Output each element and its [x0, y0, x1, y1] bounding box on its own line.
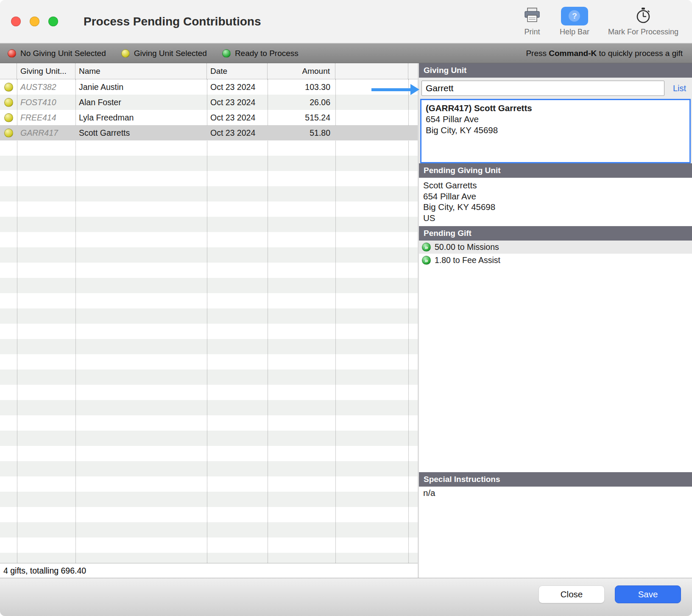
- giving-unit-search-result[interactable]: (GARR417) Scott Garretts 654 Pillar Ave …: [420, 99, 691, 163]
- pending-gift-item[interactable]: » 50.00 to Missions: [419, 241, 692, 254]
- mark-for-processing-button[interactable]: Mark For Processing: [608, 7, 678, 36]
- pending-giving-unit-address: Scott Garretts 654 Pillar Ave Big City, …: [419, 178, 692, 226]
- legend-label: Ready to Process: [235, 49, 299, 58]
- yellow-status-icon: [4, 83, 13, 92]
- window-title: Process Pending Contributions: [84, 15, 261, 28]
- legend-giving-unit-selected: Giving Unit Selected: [121, 49, 207, 58]
- row-giving-unit: GARR417: [17, 125, 75, 140]
- close-button[interactable]: Close: [539, 585, 605, 603]
- table-header: Giving Unit... Name Date Amount: [0, 63, 418, 79]
- column-divider: [268, 79, 268, 563]
- amount-column-header[interactable]: Amount: [268, 63, 335, 79]
- gift-label: 1.80 to Fee Assist: [435, 255, 500, 265]
- giving-unit-column-header[interactable]: Giving Unit...: [17, 63, 75, 79]
- row-date: Oct 23 2024: [207, 125, 268, 140]
- minimize-window-button[interactable]: [30, 17, 39, 26]
- row-giving-unit: FOST410: [17, 95, 75, 110]
- row-name: Scott Garretts: [75, 125, 207, 140]
- pending-contributions-table: Giving Unit... Name Date Amount AUST382 …: [0, 63, 419, 578]
- legend-bar: No Giving Unit Selected Giving Unit Sele…: [0, 43, 692, 63]
- process-pending-contributions-window: Process Pending Contributions Print ?: [0, 0, 692, 616]
- process-arrows-icon: »: [422, 243, 431, 252]
- toolbar: Print ? Help Bar Mark F: [523, 7, 681, 36]
- result-title: (GARR417) Scott Garretts: [426, 103, 685, 114]
- legend-no-giving-unit: No Giving Unit Selected: [8, 49, 106, 58]
- gifts-total-status: 4 gifts, totalling 696.40: [0, 563, 418, 578]
- row-date: Oct 23 2024: [207, 79, 268, 95]
- special-instructions-section-header: Special Instructions: [419, 472, 692, 487]
- footer-bar: Close Save: [0, 578, 692, 616]
- help-icon: ?: [561, 7, 588, 25]
- pending-giving-unit-section-header: Pending Giving Unit: [419, 163, 692, 178]
- column-divider: [17, 79, 17, 563]
- table-row[interactable]: FOST410 Alan Foster Oct 23 2024 26.06: [0, 95, 418, 110]
- detail-panel: Giving Unit List (GARR417) Scott Garrett…: [419, 63, 692, 578]
- printer-icon: [523, 7, 541, 25]
- command-k-key: Command-K: [549, 49, 597, 58]
- yellow-status-icon: [4, 98, 13, 107]
- column-divider: [335, 79, 336, 563]
- result-address-line: Big City, KY 45698: [426, 125, 685, 136]
- giving-unit-search-input[interactable]: [421, 81, 664, 96]
- content: Giving Unit... Name Date Amount AUST382 …: [0, 63, 692, 578]
- process-arrows-icon: »: [422, 256, 431, 265]
- legend-label: Giving Unit Selected: [134, 49, 207, 58]
- close-window-button[interactable]: [11, 17, 21, 26]
- titlebar: Process Pending Contributions Print ?: [0, 0, 692, 43]
- green-status-icon: [222, 49, 231, 58]
- row-amount: 515.24: [268, 110, 335, 125]
- table-row[interactable]: FREE414 Lyla Freedman Oct 23 2024 515.24: [0, 110, 418, 125]
- legend-ready-to-process: Ready to Process: [222, 49, 299, 58]
- row-date: Oct 23 2024: [207, 110, 268, 125]
- result-address-line: 654 Pillar Ave: [426, 114, 685, 125]
- special-instructions-value: n/a: [419, 487, 692, 578]
- pending-gift-section-header: Pending Gift: [419, 226, 692, 241]
- pending-gift-list: » 50.00 to Missions » 1.80 to Fee Assist: [419, 241, 692, 472]
- row-name: Alan Foster: [75, 95, 207, 110]
- traffic-lights: [11, 17, 58, 26]
- mark-for-processing-label: Mark For Processing: [608, 28, 678, 36]
- date-column-header[interactable]: Date: [207, 63, 268, 79]
- empty-column-header: [408, 63, 418, 79]
- pending-gift-item[interactable]: » 1.80 to Fee Assist: [419, 254, 692, 267]
- row-amount: 103.30: [268, 79, 335, 95]
- pending-unit-country: US: [423, 213, 688, 224]
- row-name: Lyla Freedman: [75, 110, 207, 125]
- empty-column-header: [335, 63, 408, 79]
- red-status-icon: [8, 49, 16, 58]
- column-divider: [408, 79, 409, 563]
- giving-unit-search-row: List: [419, 78, 692, 99]
- column-divider: [75, 79, 76, 563]
- legend-label: No Giving Unit Selected: [20, 49, 106, 58]
- zoom-window-button[interactable]: [48, 17, 58, 26]
- status-column-header: [0, 63, 17, 79]
- row-name: Janie Austin: [75, 79, 207, 95]
- row-date: Oct 23 2024: [207, 95, 268, 110]
- list-link[interactable]: List: [673, 84, 688, 93]
- yellow-status-icon: [121, 49, 130, 58]
- yellow-status-icon: [4, 129, 13, 137]
- command-k-hint: Press Command-K to quickly process a gif…: [526, 49, 684, 58]
- clock-icon: [634, 7, 652, 25]
- help-bar-button[interactable]: ? Help Bar: [560, 7, 589, 36]
- pending-unit-name: Scott Garretts: [423, 180, 688, 191]
- giving-unit-section-header: Giving Unit: [419, 63, 692, 78]
- yellow-status-icon: [4, 113, 13, 122]
- table-row[interactable]: AUST382 Janie Austin Oct 23 2024 103.30: [0, 79, 418, 95]
- row-giving-unit: FREE414: [17, 110, 75, 125]
- table-row-selected[interactable]: GARR417 Scott Garretts Oct 23 2024 51.80: [0, 125, 418, 140]
- table-body: AUST382 Janie Austin Oct 23 2024 103.30 …: [0, 79, 418, 563]
- name-column-header[interactable]: Name: [75, 63, 207, 79]
- row-giving-unit: AUST382: [17, 79, 75, 95]
- help-bar-label: Help Bar: [560, 28, 589, 36]
- print-button[interactable]: Print: [523, 7, 541, 36]
- gift-label: 50.00 to Missions: [435, 242, 499, 252]
- pending-unit-city: Big City, KY 45698: [423, 202, 688, 213]
- row-amount: 51.80: [268, 125, 335, 140]
- save-button[interactable]: Save: [615, 585, 681, 603]
- row-amount: 26.06: [268, 95, 335, 110]
- column-divider: [207, 79, 207, 563]
- pending-unit-street: 654 Pillar Ave: [423, 191, 688, 202]
- print-label: Print: [524, 28, 540, 36]
